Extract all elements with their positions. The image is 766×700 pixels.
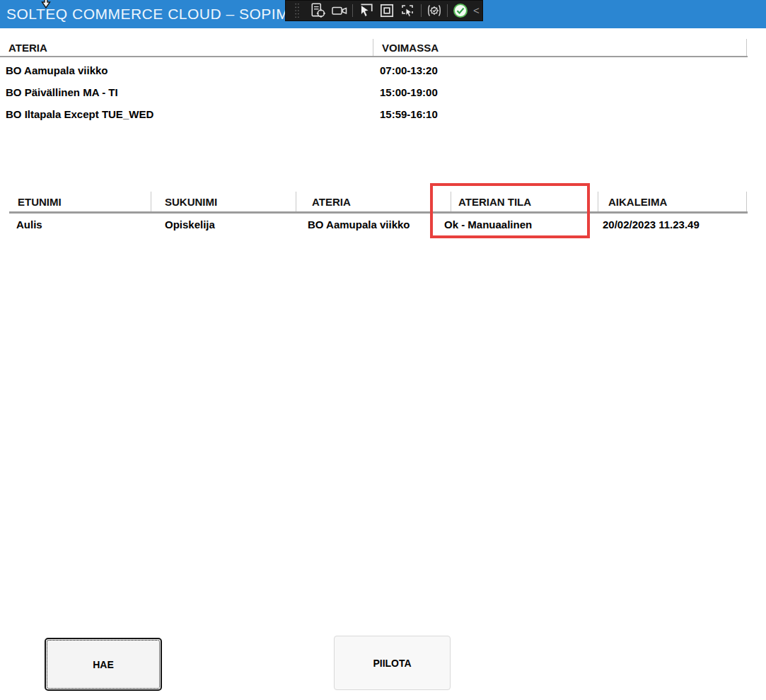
cell-aikaleima: 20/02/2023 11.23.49 bbox=[603, 218, 700, 231]
cell-ateria: BO Aamupala viikko bbox=[308, 218, 410, 231]
collapse-chevron-icon[interactable]: < bbox=[473, 2, 480, 19]
results-col-header-ateria[interactable]: ATERIA bbox=[312, 196, 351, 208]
meal-name: BO Aamupala viikko bbox=[6, 64, 108, 76]
meals-col-header-ateria[interactable]: ATERIA bbox=[8, 42, 47, 54]
column-separator bbox=[746, 192, 747, 212]
cell-sukunimi: Opiskelija bbox=[165, 218, 215, 231]
capture-toolbar: < bbox=[285, 0, 483, 21]
hae-button[interactable]: HAE bbox=[45, 638, 162, 691]
drag-handle-icon[interactable] bbox=[289, 2, 306, 19]
cell-etunimi: Aulis bbox=[16, 218, 42, 231]
column-separator bbox=[746, 39, 747, 56]
meal-hours: 07:00-13:20 bbox=[380, 64, 438, 76]
mouse-cursor-icon bbox=[40, 0, 52, 8]
column-separator bbox=[296, 192, 296, 212]
header-underline bbox=[0, 56, 748, 57]
highlight-rectangle bbox=[430, 183, 590, 238]
toolbar-divider bbox=[447, 4, 448, 17]
gear-braces-icon[interactable] bbox=[426, 2, 443, 19]
region-capture-icon[interactable] bbox=[378, 2, 395, 19]
toolbar-divider bbox=[421, 4, 422, 17]
header-underline bbox=[9, 211, 748, 214]
column-separator bbox=[151, 192, 151, 212]
meal-hours: 15:59-16:10 bbox=[380, 108, 438, 120]
confirm-check-icon[interactable] bbox=[452, 2, 469, 19]
meals-col-header-voimassa[interactable]: VOIMASSA bbox=[382, 42, 439, 54]
toolbar-divider bbox=[352, 4, 353, 17]
meal-hours: 15:00-19:00 bbox=[380, 86, 438, 98]
results-col-header-etunimi[interactable]: ETUNIMI bbox=[18, 196, 62, 208]
video-camera-icon[interactable] bbox=[331, 2, 348, 19]
cursor-icon[interactable] bbox=[357, 2, 374, 19]
script-target-icon[interactable] bbox=[310, 2, 327, 19]
column-separator bbox=[373, 39, 373, 56]
meal-name: BO Iltapala Except TUE_WED bbox=[6, 108, 153, 120]
app-window: SOLTEQ COMMERCE CLOUD – SOPIMUSATERI... bbox=[0, 0, 766, 700]
results-col-header-sukunimi[interactable]: SUKUNIMI bbox=[165, 196, 217, 208]
column-separator bbox=[598, 192, 598, 212]
results-col-header-aikaleima[interactable]: AIKALEIMA bbox=[608, 196, 667, 208]
select-element-icon[interactable] bbox=[400, 2, 417, 19]
piilota-button[interactable]: PIILOTA bbox=[334, 636, 451, 690]
meal-name: BO Päivällinen MA - TI bbox=[6, 86, 118, 98]
